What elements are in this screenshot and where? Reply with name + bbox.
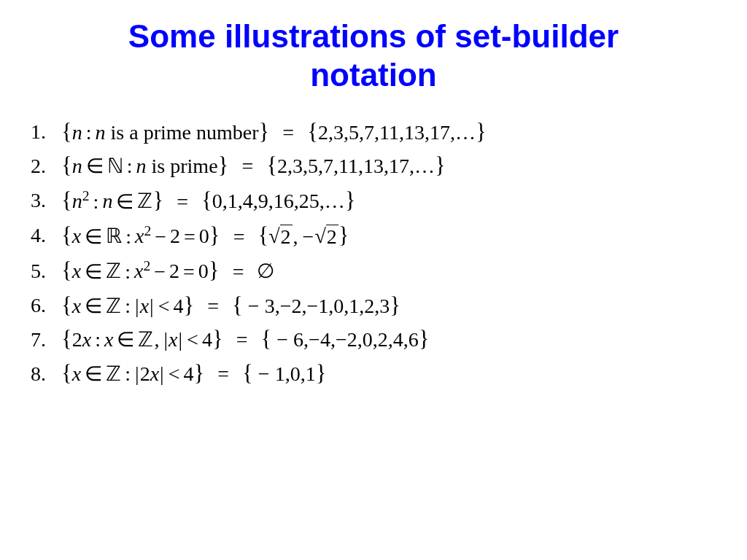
empty-set: ∅: [257, 260, 274, 283]
item-number: 7.: [31, 330, 61, 350]
item-number: 5.: [31, 261, 61, 281]
math-expression: {n:n is a prime number} = {2,3,5,7,11,13…: [61, 121, 487, 144]
title-line-2: notation: [310, 57, 437, 93]
item-number: 6.: [31, 295, 61, 316]
set-values: 0,1,4,9,16,25,…: [212, 190, 345, 213]
set-values: − 1,0,1: [253, 362, 316, 385]
list-item: 8. {x∈ℤ:|2x|<4} = { − 1,0,1}: [31, 362, 721, 385]
math-expression: {2x:x∈ℤ,|x|<4} = { − 6,−4,−2,0,2,4,6}: [61, 328, 429, 351]
math-expression: {n2:n∈ℤ} = {0,1,4,9,16,25,…}: [61, 189, 356, 212]
slide: Some illustrations of set-builder notati…: [0, 0, 747, 560]
item-number: 8.: [31, 364, 61, 384]
set-values: 2,3,5,7,11,13,17,…: [277, 155, 435, 177]
math-expression: {n∈ℕ:n is prime} = {2,3,5,7,11,13,17,…}: [61, 155, 446, 177]
list-item: 5. {x∈ℤ:x2−2=0} = ∅: [31, 259, 721, 282]
list-item: 6. {x∈ℤ:|x|<4} = { − 3,−2,−1,0,1,2,3}: [31, 295, 721, 317]
list-item: 4. {x∈ℝ:x2−2=0} = {√2,−√2}: [31, 224, 721, 247]
slide-title: Some illustrations of set-builder notati…: [26, 18, 721, 95]
item-number: 4.: [31, 225, 61, 246]
set-values: − 3,−2,−1,0,1,2,3: [243, 295, 390, 317]
list-item: 3. {n2:n∈ℤ} = {0,1,4,9,16,25,…}: [31, 189, 721, 212]
math-expression: {x∈ℤ:|x|<4} = { − 3,−2,−1,0,1,2,3}: [61, 295, 400, 317]
math-expression: {x∈ℝ:x2−2=0} = {√2,−√2}: [61, 224, 349, 247]
text-fragment: is prime: [147, 155, 218, 177]
example-list: 1. {n:n is a prime number} = {2,3,5,7,11…: [26, 121, 721, 385]
title-line-1: Some illustrations of set-builder: [128, 18, 619, 54]
list-item: 7. {2x:x∈ℤ,|x|<4} = { − 6,−4,−2,0,2,4,6}: [31, 328, 721, 351]
item-number: 1.: [31, 122, 61, 142]
item-number: 2.: [31, 156, 61, 176]
list-item: 2. {n∈ℕ:n is prime} = {2,3,5,7,11,13,17,…: [31, 155, 721, 177]
text-fragment: is a prime number: [106, 121, 259, 144]
set-values: 2,3,5,7,11,13,17,…: [318, 121, 476, 144]
math-expression: {x∈ℤ:|2x|<4} = { − 1,0,1}: [61, 362, 326, 385]
item-number: 3.: [31, 190, 61, 211]
list-item: 1. {n:n is a prime number} = {2,3,5,7,11…: [31, 121, 721, 144]
math-expression: {x∈ℤ:x2−2=0} = ∅: [61, 259, 274, 282]
set-values: − 6,−4,−2,0,2,4,6: [271, 328, 418, 351]
